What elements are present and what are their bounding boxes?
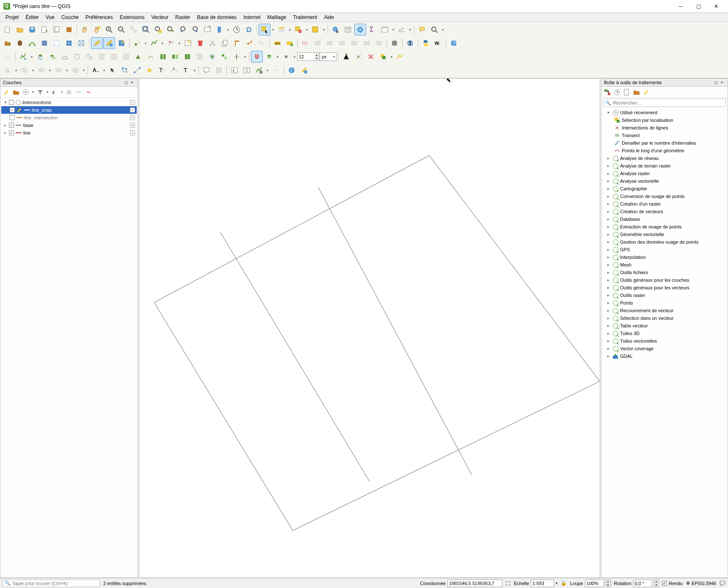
processing-group[interactable]: ▸Conversion de nuage de points — [602, 192, 727, 200]
merge-features-button[interactable] — [182, 51, 193, 63]
snap-tolerance-input[interactable]: ▲▼ — [297, 52, 319, 61]
text-along-line-button[interactable]: T — [168, 64, 180, 76]
current-edits-button[interactable] — [103, 37, 115, 49]
insert-attribute-button[interactable] — [241, 64, 253, 76]
expand-icon[interactable]: ▸ — [606, 308, 611, 313]
manage-themes-button[interactable] — [21, 88, 30, 97]
filter-expression-button[interactable]: ε — [50, 88, 59, 97]
menu-vecteur[interactable]: Vecteur — [148, 14, 171, 21]
reshape-button[interactable] — [132, 51, 144, 63]
measure-dropdown[interactable]: ▾ — [391, 24, 395, 36]
toggle-editing-button[interactable] — [91, 37, 103, 49]
layer-count-icon[interactable]: ≡ — [130, 115, 135, 120]
undo-button[interactable] — [243, 37, 255, 49]
measure-button[interactable] — [379, 24, 391, 36]
deselect-dropdown[interactable]: ▾ — [305, 24, 309, 36]
expand-icon[interactable]: ▸ — [606, 286, 611, 290]
snapping-button[interactable] — [251, 51, 263, 63]
snap-intersection-button[interactable] — [353, 51, 364, 63]
select-features-button[interactable] — [259, 24, 270, 36]
expand-icon[interactable]: ▸ — [606, 171, 611, 176]
expand-icon[interactable]: ▸ — [606, 301, 611, 305]
rotate-feature-button[interactable] — [34, 51, 46, 63]
select-all-button[interactable] — [309, 24, 321, 36]
new-spatialite-button[interactable] — [39, 37, 50, 49]
locator-search[interactable]: 🔍 — [3, 580, 100, 587]
refresh-button[interactable] — [243, 24, 255, 36]
maptips-button[interactable] — [416, 24, 428, 36]
expand-all-button[interactable] — [64, 88, 74, 97]
snap-layers-button[interactable] — [263, 51, 275, 63]
select-by-value-dropdown[interactable]: ▾ — [288, 24, 292, 36]
expand-icon[interactable]: ▸ — [606, 240, 611, 244]
expand-icon[interactable]: ▸ — [606, 232, 611, 236]
layer-count-icon[interactable]: ≡ — [130, 100, 135, 105]
add-line-dropdown[interactable]: ▾ — [160, 37, 165, 49]
menu-base-de-donnees[interactable]: Base de données — [194, 14, 239, 21]
layer-checkbox[interactable]: ✓ — [10, 107, 15, 113]
new-print-layout-button[interactable] — [39, 24, 50, 36]
options-button[interactable] — [642, 88, 651, 97]
processing-group[interactable]: ▸Analyse de terrain raster — [602, 162, 727, 170]
results-button[interactable] — [622, 88, 631, 97]
layer-style-button[interactable] — [2, 88, 11, 97]
snap-type-dropdown[interactable]: ▾ — [292, 51, 297, 63]
avoid-overlap-dropdown[interactable]: ▾ — [389, 51, 394, 63]
filter-legend-dropdown[interactable]: ▾ — [45, 86, 50, 98]
expand-icon[interactable]: ▸ — [606, 316, 611, 320]
db-manager-button[interactable] — [389, 37, 400, 49]
processing-group[interactable]: ▸Vector coverage — [602, 345, 727, 352]
crs-button[interactable]: ⊕ EPSG:3946 — [686, 580, 716, 586]
polygon-annotation-button[interactable] — [119, 64, 131, 76]
processing-search[interactable]: 🔍 — [603, 99, 726, 107]
algo-points-le-long[interactable]: Points le long d'une géométrie — [602, 147, 727, 154]
topo-editing-button[interactable] — [340, 51, 352, 63]
expand-icon[interactable]: ▸ — [606, 217, 611, 221]
layer-count-icon[interactable]: ≡ — [130, 107, 135, 113]
offset-curve-button[interactable] — [145, 51, 157, 63]
collapse-all-button[interactable] — [74, 88, 83, 97]
coordinate-input[interactable] — [447, 580, 502, 587]
edit-in-place-button[interactable] — [632, 88, 641, 97]
expand-icon[interactable]: ▸ — [606, 293, 611, 297]
expand-icon[interactable]: ▸ — [606, 156, 611, 160]
processing-search-input[interactable] — [613, 100, 724, 105]
algo-selection-par-localisation[interactable]: Sélection par localisation — [602, 116, 727, 124]
menu-extensions[interactable]: Extensions — [117, 14, 148, 21]
zoom-to-selection-button[interactable] — [152, 24, 164, 36]
split-parts-button[interactable] — [169, 51, 181, 63]
processing-group[interactable]: ▸Interpolation — [602, 253, 727, 261]
snap-unit-select[interactable]: px — [320, 52, 336, 61]
scale-feature-button[interactable] — [47, 51, 58, 63]
processing-group[interactable]: ▸Outils généraux pour les vecteurs — [602, 284, 727, 291]
zoom-full-button[interactable] — [140, 24, 152, 36]
processing-group[interactable]: ▸Tuiles vectorielles — [602, 337, 727, 345]
form-annotation-button[interactable] — [201, 64, 212, 76]
history-button[interactable] — [612, 88, 622, 97]
add-feature-dropdown[interactable]: ▾ — [143, 37, 148, 49]
style-manager-button[interactable] — [63, 24, 75, 36]
menu-preferences[interactable]: Préférences — [83, 14, 116, 21]
rotation-stepper[interactable]: ▲▼ — [654, 580, 659, 587]
layer-checkbox[interactable]: ✓ — [9, 130, 14, 135]
line-annotation-button[interactable] — [131, 64, 143, 76]
scale-input[interactable] — [531, 580, 554, 587]
new-mesh-button[interactable] — [75, 37, 87, 49]
processing-group[interactable]: ▸Outils raster — [602, 291, 727, 299]
expand-icon[interactable]: ▸ — [606, 209, 611, 214]
rotation-input[interactable] — [633, 580, 652, 587]
expand-icon[interactable]: ▸ — [606, 346, 611, 351]
magnifier-stepper[interactable]: ▲▼ — [606, 580, 611, 587]
annotation-dropdown[interactable]: ▾ — [102, 64, 106, 76]
expand-icon[interactable]: ▸ — [3, 123, 7, 127]
wikipedia-tool-button[interactable]: WT — [432, 37, 444, 49]
avoid-overlap-button[interactable] — [377, 51, 389, 63]
menu-internet[interactable]: Internet — [240, 14, 264, 21]
text-format-button[interactable]: T — [180, 64, 192, 76]
sponsor-button[interactable] — [298, 64, 310, 76]
processing-group[interactable]: ▸Tuiles 3D — [602, 330, 727, 337]
render-checkbox[interactable]: ✓ — [662, 581, 667, 586]
layers-panel-undock-button[interactable]: ◱ — [123, 80, 129, 85]
move-feature-dropdown[interactable]: ▾ — [30, 51, 34, 63]
toolbox-button[interactable] — [354, 24, 366, 36]
